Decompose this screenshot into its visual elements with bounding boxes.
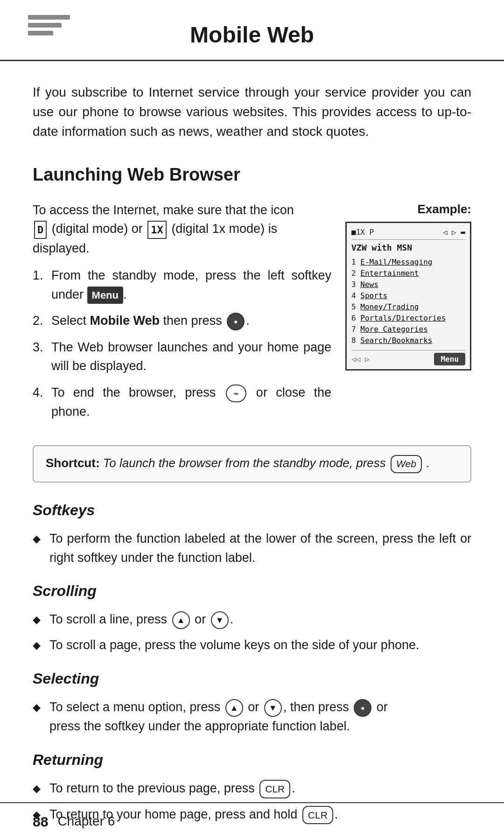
- footer-chapter: Chapter 6: [57, 812, 115, 831]
- shortcut-period: .: [427, 456, 430, 470]
- phone-nav-arrows: ◁◁ ▷: [351, 354, 370, 364]
- scrolling-bullet-2-text: To scroll a page, press the volume keys …: [49, 636, 471, 655]
- mobile-web-label: Mobile Web: [90, 314, 160, 328]
- ok-button-icon: ●: [227, 313, 245, 330]
- web-key-badge: Web: [391, 455, 422, 473]
- phone-status-bar: ■1X P ◁ ▷ ▬: [351, 227, 465, 239]
- step-1-content: From the standby mode, press the left so…: [51, 266, 331, 304]
- step-2-content: Select Mobile Web then press ●.: [51, 311, 331, 330]
- digital-mode-label: (digital mode) or: [52, 222, 147, 236]
- launching-text: To access the Internet, make sure that t…: [33, 201, 331, 432]
- steps-list: From the standby mode, press the left so…: [33, 266, 331, 421]
- selecting-list: To select a menu option, press ▲ or ▼, t…: [33, 698, 471, 735]
- scrolling-bullet-2: To scroll a page, press the volume keys …: [33, 636, 471, 655]
- phone-menu-btn: Menu: [434, 353, 465, 365]
- digital-mode-icon: D: [34, 221, 47, 239]
- phone-menu-link-1: E-Mail/Messaging: [360, 258, 432, 266]
- softkeys-list: To perform the function labeled at the l…: [33, 529, 471, 567]
- phone-menu-link-5: Money/Trading: [360, 302, 419, 311]
- shortcut-label: Shortcut:: [46, 456, 100, 470]
- page-header: Mobile Web: [0, 0, 504, 61]
- phone-menu-item-6: 6 Portals/Directories: [351, 313, 465, 324]
- logo: [28, 15, 70, 35]
- access-text: To access the Internet, make sure that t…: [33, 203, 294, 217]
- phone-screen: ■1X P ◁ ▷ ▬ VZW with MSN 1 E-Mail/Messag…: [345, 222, 471, 370]
- main-content: If you subscribe to Internet service thr…: [0, 61, 504, 840]
- phone-menu-list: 1 E-Mail/Messaging 2 Entertainment 3 New…: [351, 257, 465, 346]
- logo-lines: [28, 15, 70, 35]
- returning-bullet-1-text: To return to the previous page, press CL…: [49, 779, 471, 798]
- step-3-content: The Web browser launches and your home p…: [51, 338, 331, 376]
- phone-menu-item-4: 4 Sports: [351, 290, 465, 301]
- end-button-icon: ⌁: [226, 385, 246, 402]
- clr-key-1: CLR: [259, 780, 290, 798]
- phone-status-left: ■1X P: [351, 227, 374, 238]
- down-arrow-icon: ▼: [211, 611, 229, 629]
- logo-line-2: [28, 23, 62, 28]
- logo-line-1: [28, 15, 70, 20]
- select-ok-icon: ●: [354, 699, 371, 717]
- step-4-content: To end the browser, press ⌁ or close the…: [51, 383, 331, 421]
- select-up-icon: ▲: [225, 699, 243, 717]
- phone-bottom-bar: ◁◁ ▷ Menu: [351, 350, 465, 365]
- phone-menu-link-8: Search/Bookmarks: [360, 336, 432, 345]
- step-3: The Web browser launches and your home p…: [33, 338, 331, 376]
- step-1: From the standby mode, press the left so…: [33, 266, 331, 304]
- phone-menu-item-7: 7 More Categories: [351, 324, 465, 335]
- step-4: To end the browser, press ⌁ or close the…: [33, 383, 331, 421]
- phone-menu-item-5: 5 Money/Trading: [351, 301, 465, 313]
- softkeys-bullet-1: To perform the function labeled at the l…: [33, 529, 471, 567]
- scrolling-bullet-1: To scroll a line, press ▲ or ▼.: [33, 610, 471, 629]
- page-number: 88: [33, 812, 48, 832]
- softkeys-heading: Softkeys: [33, 499, 471, 521]
- selecting-bullet-1-text: To select a menu option, press ▲ or ▼, t…: [49, 698, 471, 735]
- phone-menu-link-3: News: [360, 280, 378, 289]
- selecting-bullet-1: To select a menu option, press ▲ or ▼, t…: [33, 698, 471, 735]
- phone-screen-title: VZW with MSN: [351, 242, 465, 254]
- example-box: Example: ■1X P ◁ ▷ ▬ VZW with MSN 1 E-Ma…: [345, 201, 471, 432]
- step-2: Select Mobile Web then press ●.: [33, 311, 331, 330]
- shortcut-box: Shortcut: To launch the browser from the…: [33, 445, 471, 482]
- phone-menu-item-8: 8 Search/Bookmarks: [351, 335, 465, 346]
- menu-badge: Menu: [87, 287, 123, 304]
- softkeys-bullet-1-text: To perform the function labeled at the l…: [49, 529, 471, 567]
- intro-paragraph: If you subscribe to Internet service thr…: [33, 83, 471, 141]
- shortcut-text: To launch the browser from the standby m…: [103, 456, 389, 470]
- phone-status-right: ◁ ▷ ▬: [443, 227, 465, 238]
- up-arrow-icon: ▲: [172, 611, 190, 629]
- access-paragraph: To access the Internet, make sure that t…: [33, 201, 331, 258]
- select-down-icon: ▼: [264, 699, 282, 717]
- logo-line-3: [28, 31, 53, 35]
- scrolling-list: To scroll a line, press ▲ or ▼. To scrol…: [33, 610, 471, 654]
- launching-heading: Launching Web Browser: [33, 162, 471, 188]
- phone-menu-link-4: Sports: [360, 291, 387, 300]
- returning-bullet-1: To return to the previous page, press CL…: [33, 779, 471, 798]
- launching-section: To access the Internet, make sure that t…: [33, 201, 471, 432]
- phone-menu-link-7: More Categories: [360, 325, 428, 334]
- scrolling-heading: Scrolling: [33, 580, 471, 602]
- scrolling-bullet-1-text: To scroll a line, press ▲ or ▼.: [49, 610, 471, 629]
- phone-menu-link-6: Portals/Directories: [360, 314, 446, 322]
- phone-menu-link-2: Entertainment: [360, 269, 419, 278]
- example-label: Example:: [345, 201, 471, 218]
- page-title: Mobile Web: [190, 19, 314, 51]
- 1x-mode-icon: 1X: [147, 221, 167, 239]
- phone-menu-item-2: 2 Entertainment: [351, 268, 465, 279]
- phone-menu-item-3: 3 News: [351, 279, 465, 290]
- phone-menu-item-1: 1 E-Mail/Messaging: [351, 257, 465, 268]
- selecting-heading: Selecting: [33, 668, 471, 689]
- returning-heading: Returning: [33, 749, 471, 770]
- page-footer: 88 Chapter 6: [0, 802, 504, 840]
